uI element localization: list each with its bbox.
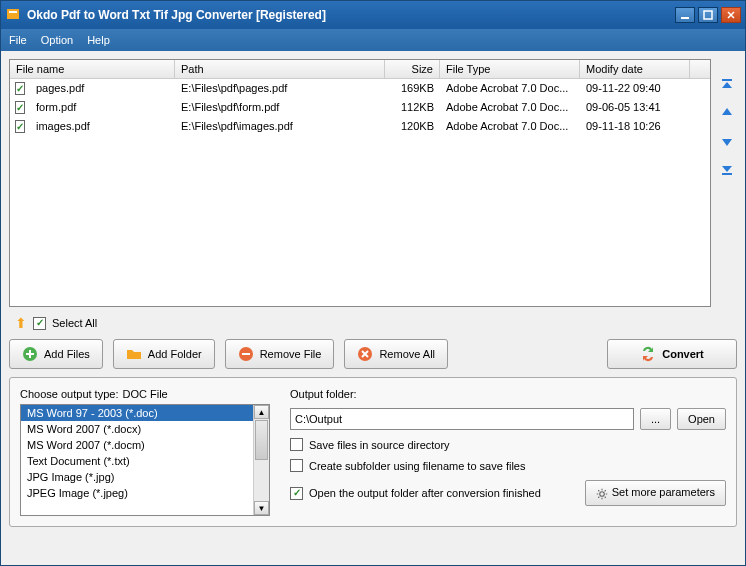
col-header-path[interactable]: Path	[175, 60, 385, 78]
output-folder-panel: Output folder: ... Open Save files in so…	[290, 388, 726, 516]
plus-icon	[22, 346, 38, 362]
file-list[interactable]: File name Path Size File Type Modify dat…	[9, 59, 711, 307]
subfolder-checkbox[interactable]	[290, 459, 303, 472]
cell-date: 09-06-05 13:41	[580, 99, 690, 116]
output-type-label: Choose output type:	[20, 388, 118, 400]
save-source-checkbox[interactable]	[290, 438, 303, 451]
scroll-thumb[interactable]	[255, 420, 268, 460]
app-icon	[5, 7, 21, 23]
folder-icon	[126, 346, 142, 362]
cell-path: E:\Files\pdf\form.pdf	[175, 99, 385, 116]
convert-icon	[640, 346, 656, 362]
arrow-up-icon: ⬆	[15, 315, 27, 331]
remove-file-button[interactable]: Remove File	[225, 339, 335, 369]
cell-name: pages.pdf	[30, 80, 175, 97]
output-folder-input[interactable]	[290, 408, 634, 430]
table-row[interactable]: images.pdfE:\Files\pdf\images.pdf120KBAd…	[10, 117, 710, 136]
svg-rect-0	[681, 17, 689, 19]
cell-size: 169KB	[385, 80, 440, 97]
convert-button[interactable]: Convert	[607, 339, 737, 369]
cell-date: 09-11-18 10:26	[580, 118, 690, 135]
subfolder-label: Create subfolder using filename to save …	[309, 460, 525, 472]
menu-help[interactable]: Help	[87, 34, 110, 46]
svg-rect-2	[722, 79, 732, 81]
output-type-current: DOC File	[122, 388, 167, 400]
list-item[interactable]: JPEG Image (*.jpeg)	[21, 485, 253, 501]
col-header-date[interactable]: Modify date	[580, 60, 690, 78]
close-button[interactable]	[721, 7, 741, 23]
select-all-label: Select All	[52, 317, 97, 329]
add-folder-button[interactable]: Add Folder	[113, 339, 215, 369]
col-header-type[interactable]: File Type	[440, 60, 580, 78]
row-checkbox[interactable]	[15, 120, 25, 133]
add-files-button[interactable]: Add Files	[9, 339, 103, 369]
select-all-row: ⬆ Select All	[9, 315, 737, 331]
minus-icon	[238, 346, 254, 362]
cell-name: images.pdf	[30, 118, 175, 135]
app-window: Okdo Pdf to Word Txt Tif Jpg Converter […	[0, 0, 746, 566]
move-bottom-button[interactable]	[719, 161, 735, 177]
toolbar: Add Files Add Folder Remove File Remove …	[9, 339, 737, 369]
cell-type: Adobe Acrobat 7.0 Doc...	[440, 99, 580, 116]
open-after-label: Open the output folder after conversion …	[309, 487, 541, 499]
col-header-size[interactable]: Size	[385, 60, 440, 78]
cell-size: 120KB	[385, 118, 440, 135]
cell-name: form.pdf	[30, 99, 175, 116]
open-after-checkbox[interactable]	[290, 487, 303, 500]
content-area: File name Path Size File Type Modify dat…	[1, 51, 745, 565]
list-item[interactable]: MS Word 97 - 2003 (*.doc)	[21, 405, 253, 421]
svg-rect-1	[704, 11, 712, 19]
list-item[interactable]: Text Document (*.txt)	[21, 453, 253, 469]
cell-type: Adobe Acrobat 7.0 Doc...	[440, 118, 580, 135]
browse-button[interactable]: ...	[640, 408, 671, 430]
output-type-listbox[interactable]: MS Word 97 - 2003 (*.doc)MS Word 2007 (*…	[20, 404, 270, 516]
row-checkbox[interactable]	[15, 101, 25, 114]
menubar: File Option Help	[1, 29, 745, 51]
open-folder-button[interactable]: Open	[677, 408, 726, 430]
maximize-button[interactable]	[698, 7, 718, 23]
scroll-down-button[interactable]: ▼	[254, 501, 269, 515]
svg-rect-3	[722, 173, 732, 175]
move-down-button[interactable]	[719, 133, 735, 149]
move-up-button[interactable]	[719, 105, 735, 121]
col-header-name[interactable]: File name	[10, 60, 175, 78]
cell-path: E:\Files\pdf\pages.pdf	[175, 80, 385, 97]
reorder-arrows	[717, 59, 737, 307]
file-list-header: File name Path Size File Type Modify dat…	[10, 60, 710, 79]
scroll-up-button[interactable]: ▲	[254, 405, 269, 419]
bottom-panel: Choose output type: DOC File MS Word 97 …	[9, 377, 737, 527]
menu-option[interactable]: Option	[41, 34, 73, 46]
list-item[interactable]: MS Word 2007 (*.docx)	[21, 421, 253, 437]
svg-rect-6	[242, 353, 250, 355]
cell-date: 09-11-22 09:40	[580, 80, 690, 97]
select-all-checkbox[interactable]	[33, 317, 46, 330]
output-type-panel: Choose output type: DOC File MS Word 97 …	[20, 388, 270, 516]
titlebar: Okdo Pdf to Word Txt Tif Jpg Converter […	[1, 1, 745, 29]
save-source-label: Save files in source directory	[309, 439, 450, 451]
gear-icon	[596, 488, 608, 500]
row-checkbox[interactable]	[15, 82, 25, 95]
menu-file[interactable]: File	[9, 34, 27, 46]
cell-type: Adobe Acrobat 7.0 Doc...	[440, 80, 580, 97]
cell-size: 112KB	[385, 99, 440, 116]
list-item[interactable]: MS Word 2007 (*.docm)	[21, 437, 253, 453]
output-folder-label: Output folder:	[290, 388, 726, 400]
cell-path: E:\Files\pdf\images.pdf	[175, 118, 385, 135]
listbox-scrollbar[interactable]: ▲ ▼	[253, 405, 269, 515]
window-title: Okdo Pdf to Word Txt Tif Jpg Converter […	[27, 8, 672, 22]
move-top-button[interactable]	[719, 77, 735, 93]
remove-all-button[interactable]: Remove All	[344, 339, 448, 369]
list-item[interactable]: JPG Image (*.jpg)	[21, 469, 253, 485]
minimize-button[interactable]	[675, 7, 695, 23]
x-icon	[357, 346, 373, 362]
table-row[interactable]: form.pdfE:\Files\pdf\form.pdf112KBAdobe …	[10, 98, 710, 117]
svg-point-8	[599, 491, 604, 496]
table-row[interactable]: pages.pdfE:\Files\pdf\pages.pdf169KBAdob…	[10, 79, 710, 98]
set-more-parameters-button[interactable]: Set more parameters	[585, 480, 726, 506]
